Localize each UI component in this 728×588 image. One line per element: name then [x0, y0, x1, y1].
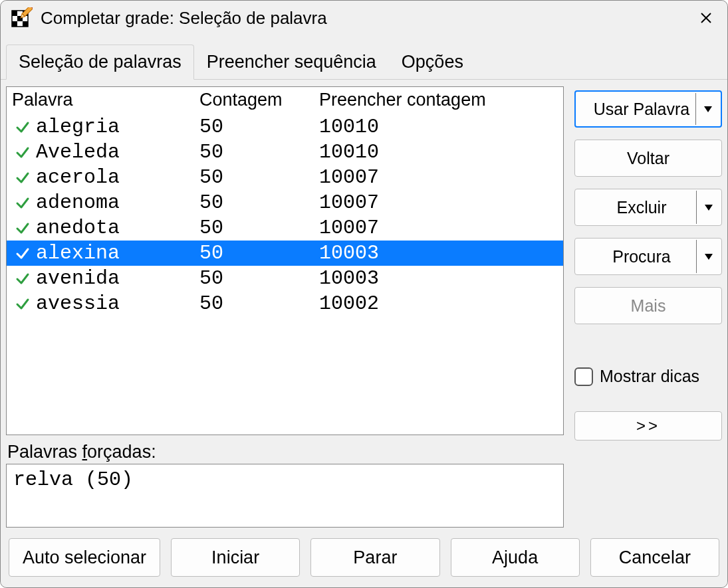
- count-cell: 50: [199, 193, 319, 213]
- bottom-button-row: Auto selecionar Iniciar Parar Ajuda Canc…: [1, 528, 727, 587]
- main-area: Palavra Contagem Preencher contagem aleg…: [1, 80, 727, 528]
- tab-fill-sequence[interactable]: Preencher sequência: [194, 45, 389, 79]
- count-cell: 50: [199, 167, 319, 187]
- window-title: Completar grade: Seleção de palavra: [41, 8, 327, 29]
- tab-options[interactable]: Opções: [389, 45, 476, 79]
- word-list-header: Palavra Contagem Preencher contagem: [7, 87, 563, 114]
- right-column: Usar Palavra Voltar Excluir Procura: [574, 86, 722, 528]
- tab-word-selection[interactable]: Seleção de palavras: [6, 45, 194, 80]
- dropdown-arrow-icon[interactable]: [696, 240, 720, 273]
- count-cell: 50: [199, 117, 319, 137]
- word-list-row[interactable]: acerola5010007: [7, 165, 563, 190]
- auto-select-button[interactable]: Auto selecionar: [9, 538, 160, 577]
- col-header-word[interactable]: Palavra: [7, 91, 199, 109]
- fill-count-cell: 10003: [319, 243, 563, 263]
- word-list-row[interactable]: Aveleda5010010: [7, 140, 563, 165]
- check-icon: [13, 244, 32, 262]
- count-cell: 50: [199, 142, 319, 162]
- help-button[interactable]: Ajuda: [451, 538, 580, 577]
- fill-count-cell: 10002: [319, 294, 563, 314]
- fill-count-cell: 10010: [319, 117, 563, 137]
- forced-words-box[interactable]: relva (50): [6, 464, 564, 528]
- expand-button[interactable]: >>: [574, 411, 722, 441]
- dialog-window: Completar grade: Seleção de palavra Sele…: [0, 0, 728, 588]
- word-list-row[interactable]: avenida5010003: [7, 266, 563, 291]
- word-cell: avenida: [36, 268, 120, 288]
- word-cell: anedota: [36, 218, 120, 238]
- back-button[interactable]: Voltar: [574, 140, 722, 177]
- svg-rect-1: [12, 11, 17, 16]
- word-cell: acerola: [36, 167, 120, 187]
- check-icon: [13, 219, 32, 237]
- svg-marker-9: [704, 106, 712, 112]
- exclude-button[interactable]: Excluir: [574, 189, 722, 226]
- count-cell: 50: [199, 218, 319, 238]
- stop-button[interactable]: Parar: [310, 538, 439, 577]
- fill-count-cell: 10007: [319, 193, 563, 213]
- svg-rect-5: [23, 21, 28, 27]
- fill-count-cell: 10010: [319, 142, 563, 162]
- word-cell: alegria: [36, 117, 120, 137]
- fill-count-cell: 10007: [319, 218, 563, 238]
- checkbox-icon: [574, 367, 593, 386]
- word-list-row[interactable]: alegria5010010: [7, 114, 563, 140]
- search-button[interactable]: Procura: [574, 238, 722, 275]
- word-list-row[interactable]: adenoma5010007: [7, 190, 563, 215]
- check-icon: [13, 118, 32, 136]
- svg-rect-4: [12, 21, 17, 27]
- check-icon: [13, 168, 32, 187]
- word-list-row[interactable]: anedota5010007: [7, 215, 563, 241]
- col-header-fill[interactable]: Preencher contagem: [319, 91, 563, 109]
- count-cell: 50: [199, 294, 319, 314]
- check-icon: [13, 143, 32, 161]
- forced-word-entry: relva (50): [13, 468, 133, 491]
- cancel-button[interactable]: Cancelar: [590, 538, 719, 577]
- word-list-row[interactable]: avessia5010002: [7, 291, 563, 316]
- word-cell: adenoma: [36, 193, 120, 213]
- word-cell: alexina: [36, 243, 120, 263]
- svg-marker-10: [705, 205, 713, 211]
- forced-words-label: Palavras forçadas:: [7, 442, 564, 462]
- app-icon: [11, 7, 33, 29]
- more-button[interactable]: Mais: [574, 287, 722, 324]
- check-icon: [13, 193, 32, 212]
- word-cell: Aveleda: [36, 142, 120, 162]
- dropdown-arrow-icon[interactable]: [695, 93, 719, 125]
- word-cell: avessia: [36, 294, 120, 314]
- fill-count-cell: 10003: [319, 268, 563, 288]
- fill-count-cell: 10007: [319, 167, 563, 187]
- count-cell: 50: [199, 268, 319, 288]
- start-button[interactable]: Iniciar: [171, 538, 300, 577]
- word-list-row[interactable]: alexina5010003: [7, 241, 563, 266]
- check-icon: [13, 294, 32, 313]
- tab-row: Seleção de palavras Preencher sequência …: [1, 35, 727, 80]
- titlebar: Completar grade: Seleção de palavra: [1, 1, 727, 35]
- close-button[interactable]: [695, 7, 717, 29]
- count-cell: 50: [199, 243, 319, 263]
- svg-marker-11: [705, 254, 713, 260]
- use-word-button[interactable]: Usar Palavra: [574, 90, 722, 128]
- word-list[interactable]: Palavra Contagem Preencher contagem aleg…: [6, 86, 564, 435]
- left-column: Palavra Contagem Preencher contagem aleg…: [6, 86, 564, 528]
- check-icon: [13, 269, 32, 288]
- show-hints-checkbox[interactable]: Mostrar dicas: [574, 367, 722, 386]
- dropdown-arrow-icon[interactable]: [696, 191, 720, 224]
- col-header-count[interactable]: Contagem: [199, 91, 319, 109]
